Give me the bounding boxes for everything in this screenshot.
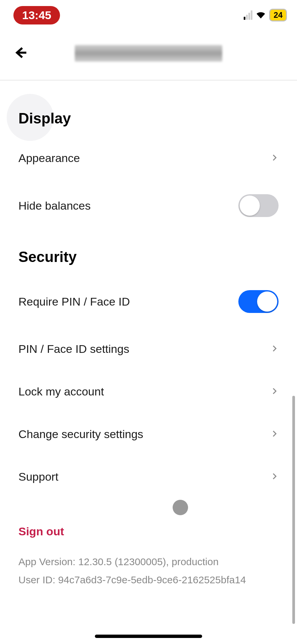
setting-label: PIN / Face ID settings bbox=[18, 342, 129, 356]
setting-require-pin: Require PIN / Face ID bbox=[18, 275, 279, 328]
setting-pin-settings[interactable]: PIN / Face ID settings bbox=[18, 328, 279, 370]
setting-label: Support bbox=[18, 470, 58, 483]
status-bar: 13:45 24 bbox=[0, 0, 297, 30]
battery-indicator: 24 bbox=[269, 9, 287, 21]
setting-label: Change security settings bbox=[18, 428, 143, 441]
setting-label: Require PIN / Face ID bbox=[18, 295, 130, 308]
chevron-right-icon bbox=[271, 154, 279, 163]
footer-info: App Version: 12.30.5 (12300005), product… bbox=[18, 553, 279, 589]
status-indicators: 24 bbox=[244, 9, 287, 21]
sign-out-button[interactable]: Sign out bbox=[18, 525, 279, 538]
settings-content: Display Appearance Hide balances Securit… bbox=[0, 80, 297, 589]
setting-appearance[interactable]: Appearance bbox=[18, 137, 279, 179]
home-indicator[interactable] bbox=[95, 635, 202, 638]
toggle-knob bbox=[257, 291, 277, 312]
section-title-display: Display bbox=[18, 110, 279, 127]
setting-lock-account[interactable]: Lock my account bbox=[18, 370, 279, 413]
setting-change-security[interactable]: Change security settings bbox=[18, 413, 279, 455]
status-time: 13:45 bbox=[13, 6, 60, 24]
cellular-signal-icon bbox=[244, 10, 252, 20]
chevron-right-icon bbox=[271, 387, 279, 396]
setting-support[interactable]: Support bbox=[18, 455, 279, 498]
wifi-icon bbox=[256, 10, 266, 20]
setting-label: Appearance bbox=[18, 152, 80, 165]
section-title-security: Security bbox=[18, 249, 279, 265]
setting-hide-balances: Hide balances bbox=[18, 179, 279, 232]
chevron-right-icon bbox=[271, 430, 279, 439]
setting-label: Hide balances bbox=[18, 199, 91, 212]
toggle-knob bbox=[240, 196, 260, 216]
back-button[interactable] bbox=[13, 46, 27, 61]
cursor-dot-icon bbox=[173, 500, 188, 515]
chevron-right-icon bbox=[271, 344, 279, 354]
setting-label: Lock my account bbox=[18, 385, 104, 398]
scrollbar[interactable] bbox=[292, 396, 295, 624]
toggle-require-pin[interactable] bbox=[238, 290, 279, 313]
page-title-redacted bbox=[75, 45, 222, 62]
app-version-text: App Version: 12.30.5 (12300005), product… bbox=[18, 553, 279, 571]
navigation-bar bbox=[0, 30, 297, 80]
chevron-right-icon bbox=[271, 472, 279, 482]
toggle-hide-balances[interactable] bbox=[238, 194, 279, 217]
user-id-text: User ID: 94c7a6d3-7c9e-5edb-9ce6-2162525… bbox=[18, 571, 279, 589]
